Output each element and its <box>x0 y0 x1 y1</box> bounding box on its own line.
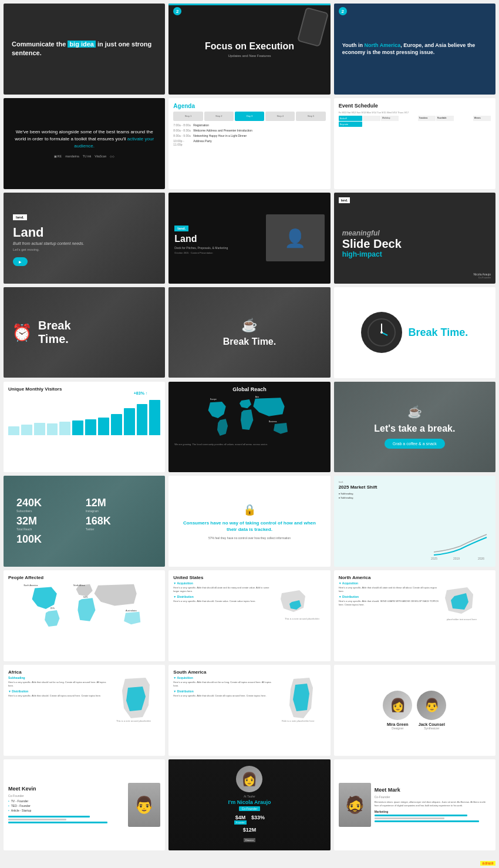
slide-21-title: North America <box>339 575 491 580</box>
slide-13: Unique Monthly Visitors +83% ↑ <box>4 382 165 473</box>
event-1: Registration <box>193 123 209 127</box>
slide-10-content: ⏰ BreakTime. <box>12 319 71 346</box>
svg-text:2025: 2025 <box>431 557 437 560</box>
slide-27-marketing: Marketing <box>375 810 491 813</box>
logo-vitascan: VitaScan <box>95 154 106 158</box>
kevin-stat-2: TED - Founder <box>8 804 124 808</box>
slide-9-title: Slide Deck <box>342 237 402 250</box>
day-thu: Thurs 9/17 <box>397 111 409 114</box>
slide-21-acq-title: ▼ Acquisition <box>339 581 440 585</box>
slide-26-name: I'm Nicola Araujo <box>228 799 271 805</box>
slide-25-photo: 👨 <box>128 783 160 827</box>
event-4: Address Party <box>193 139 211 146</box>
slide-25-role: Co-Founder <box>8 794 124 798</box>
slide-1-content: Communicate the big idea in just one str… <box>12 40 157 58</box>
slide-27-photo: 🧔 <box>339 783 371 827</box>
slide-15-btn[interactable]: Grab a coffee & a snack <box>385 439 445 449</box>
logo-ike: ▣IKE <box>54 154 62 158</box>
day-mon: Mon 9/14 <box>366 111 377 114</box>
slide-22-sub-text: Here's a very specific. Able that should… <box>8 681 110 687</box>
stat-32m-num: 32M <box>16 515 83 527</box>
slide-9-pre: meaningful <box>342 229 402 237</box>
stat-4m-label: Founder <box>234 820 247 825</box>
slide-23-acq-text: Here's a very specific. Able that should… <box>173 681 275 687</box>
stat-100k: 100K <box>16 533 83 546</box>
slide-17: 🔒 Consumers have no way of taking contro… <box>168 476 330 567</box>
slide-17-quote: Consumers have no way of taking control … <box>181 520 317 533</box>
slide-20-dist-title: ▼ Distribution <box>173 595 275 598</box>
slide-24-person2: 👨 Jack Counsel Synthesizer <box>417 691 446 730</box>
slide-23-info: ▼ Acquisition Here's a very specific. Ab… <box>173 676 275 746</box>
stat-4m: $4M Founder <box>234 815 247 825</box>
stat-32m-label: Total Reach <box>16 527 83 531</box>
slide-8-meta: October 2015 · Content Presentation <box>174 251 259 254</box>
day-wed: Wed 9/16 <box>387 111 397 114</box>
slide-3: 2 Youth in North America, Europe, and As… <box>334 4 495 95</box>
slide-8-subtitle: Deck for Pitches, Proposals, & Marketing <box>174 246 259 250</box>
slide-16: 240K Subscribers 12M Instagram 32M Total… <box>4 476 165 567</box>
person2-name: Jack Counsel <box>417 722 446 726</box>
event-transitions: Transitions <box>418 116 436 121</box>
slide-3-text: Youth in North America, Europe, and Asia… <box>342 42 476 56</box>
slide-9-badge: land. <box>339 197 350 203</box>
stat-12m: 12M Instagram <box>86 497 153 513</box>
slide-5: Agenda Step 1 Step 2 Day 3 Step 4 Step 5… <box>168 98 330 189</box>
event-2: Welcome Address and Presenter Introducti… <box>193 129 252 132</box>
slide-21-info: ▼ Acquisition Here's a very specific. Ab… <box>339 581 440 651</box>
slide-4-content: We've been working alongside some of the… <box>12 129 157 150</box>
slide-20-content: ▼ Acquisition Here's a very specific. Ab… <box>173 581 325 651</box>
slide-18: land. 2025 Market Shift ● Subheading ● S… <box>334 476 495 567</box>
bar-7 <box>85 419 96 435</box>
slide-18-sub2: ● Subheading <box>339 496 491 499</box>
svg-text:2026: 2026 <box>478 557 484 560</box>
slide-2-title: Focus on Execution <box>205 41 294 52</box>
slide-18-chart: 2025 2019 2026 <box>431 531 490 561</box>
stat-12m-label: Director <box>244 838 255 842</box>
slide-10: ⏰ BreakTime. <box>4 287 165 378</box>
slide-22-dist-title: ▼ Distribution <box>8 689 110 693</box>
event-kickoff: Kickoff <box>339 116 362 121</box>
slide-14-title: Global Reach <box>173 386 325 392</box>
slide-8-left: land. Land Deck for Pitches, Proposals, … <box>174 221 259 254</box>
svg-text:Australasia: Australasia <box>126 610 137 612</box>
slide-27-bio: Elementum etiam. ipsum integer, ullamcor… <box>375 800 491 808</box>
slide-7-btn[interactable]: ▶ <box>13 257 28 266</box>
slide-23-acq-title: ▼ Acquisition <box>173 676 275 679</box>
slide-20-acq-title: ▼ Acquisition <box>173 581 275 585</box>
step-3-active: Day 3 <box>235 112 264 121</box>
bar-mark-3 <box>375 820 480 822</box>
slide-3-number: 2 <box>339 7 347 15</box>
slide-21-dist-text: Here's a very specific. Able that should… <box>339 600 440 606</box>
slide-17-subtext: 57% feel they have no control over how t… <box>208 536 291 540</box>
slide-23-content: ▼ Acquisition Here's a very specific. Ab… <box>173 676 325 746</box>
stat-168k-label: Twitter <box>86 527 153 531</box>
slide-21-content: ▼ Acquisition Here's a very specific. Ab… <box>339 581 491 651</box>
slide-22-title: Africa <box>8 669 160 675</box>
agenda-item-1: 7:00a - 8:00a Registration <box>173 123 325 127</box>
slide-21: North America ▼ Acquisition Here's a ver… <box>334 570 495 661</box>
map-north-america <box>208 402 226 418</box>
map-asia <box>254 398 285 416</box>
slide-25-info: Meet Kevin Co-Founder TV - Founder TED -… <box>8 786 124 823</box>
slide-14-text: We are growing. The local community prov… <box>173 442 325 447</box>
slide-11-coffee: ☕ <box>241 318 257 333</box>
logo-tuink: TU ink <box>83 154 91 158</box>
slide-9-name: Nicola Araujo <box>474 272 491 276</box>
slide-8-title: Land <box>174 234 259 244</box>
slide-20-acq-text: Here's a very specific. Able that should… <box>173 586 275 593</box>
slide-20-info: ▼ Acquisition Here's a very specific. Ab… <box>173 581 275 651</box>
slide-20-map: This is a note around placeholder <box>279 581 326 651</box>
svg-point-3 <box>380 331 383 334</box>
agenda-item-3: 8:30a - 9:30a Networking Happy Hour in a… <box>173 134 325 137</box>
stat-12m-label: Instagram <box>86 509 153 513</box>
slide-8-photo: 👤 <box>266 214 325 261</box>
slide-26-stats: $4M Founder $33% <box>234 815 265 825</box>
stat-240k-label: Subscribers <box>16 509 83 513</box>
slide-22-sub-title: Subheading <box>8 676 110 679</box>
slide-23: South America ▼ Acquisition Here's a ver… <box>168 665 330 756</box>
stat-240k-num: 240K <box>16 497 83 509</box>
slide-20-title: United States <box>173 575 325 580</box>
step-4: Step 4 <box>265 112 295 121</box>
slide-1-highlight: big idea <box>68 41 96 48</box>
slide-2-phone <box>297 7 329 47</box>
